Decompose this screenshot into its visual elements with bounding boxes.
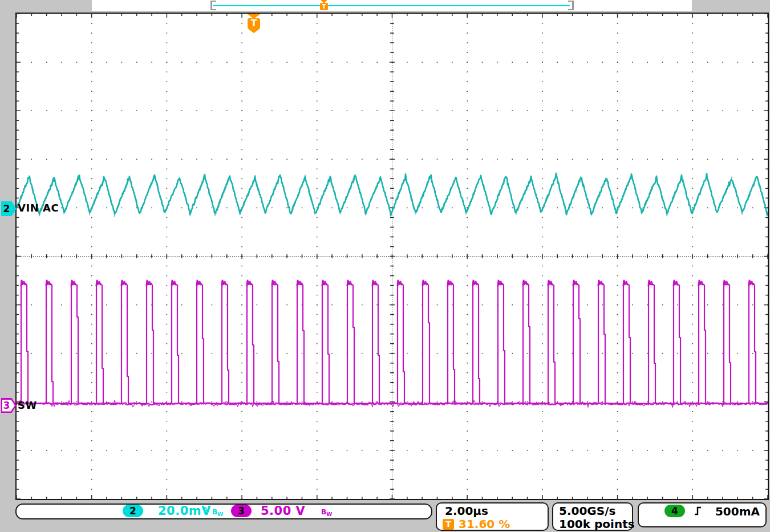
- channel-readout-box[interactable]: 2 20.0mV ∿ BW 3 5.00 V BW: [15, 503, 432, 519]
- overview-record-line: [213, 5, 570, 6]
- ch2-bandwidth-icon: BW: [212, 506, 223, 517]
- overview-trigger-marker[interactable]: T: [320, 0, 328, 10]
- trigger-t-icon: T: [248, 18, 260, 29]
- rising-edge-icon: [694, 506, 703, 516]
- trigger-t-icon: T: [320, 3, 328, 10]
- record-length-readout: 100k points: [559, 517, 635, 531]
- trigger-level-readout: 500mA: [715, 505, 760, 518]
- ch2-position-marker[interactable]: 2: [1, 201, 17, 216]
- ch2-badge: 2: [123, 505, 143, 517]
- flag-tip: [248, 29, 260, 33]
- trigger-readout-box[interactable]: 4 500mA: [638, 502, 767, 527]
- ch3-bandwidth-icon: BW: [321, 506, 332, 517]
- ch3-badge: 3: [231, 505, 252, 517]
- graticule-area: [15, 13, 769, 500]
- ch2-trace-label: VIN AC: [18, 202, 59, 214]
- ch3-position-marker[interactable]: 3: [1, 398, 17, 413]
- ch3-scale-readout: 5.00 V: [261, 505, 305, 518]
- trigger-position-flag[interactable]: T: [247, 14, 261, 33]
- trigger-t-icon: T: [443, 519, 454, 530]
- ch3-marker-number: 3: [1, 400, 12, 411]
- timebase-readout: 2.00µs: [445, 504, 488, 518]
- sample-rate-readout: 5.00GS/s: [559, 504, 615, 518]
- ch3-trace-label: SW: [18, 399, 37, 411]
- oscilloscope-screen: T T 2 3 VIN AC SW 2 20.0mV ∿ BW 3 5.00 V…: [0, 0, 770, 532]
- trigger-position-readout: 31.60 %: [459, 517, 510, 531]
- acquisition-readout-box[interactable]: 5.00GS/s 100k points: [552, 502, 633, 531]
- ch2-ac-coupling-icon: ∿: [202, 504, 210, 514]
- horizontal-readout-box[interactable]: 2.00µs T 31.60 %: [436, 502, 549, 531]
- ch4-badge: 4: [664, 505, 685, 517]
- ch2-marker-number: 2: [1, 203, 12, 214]
